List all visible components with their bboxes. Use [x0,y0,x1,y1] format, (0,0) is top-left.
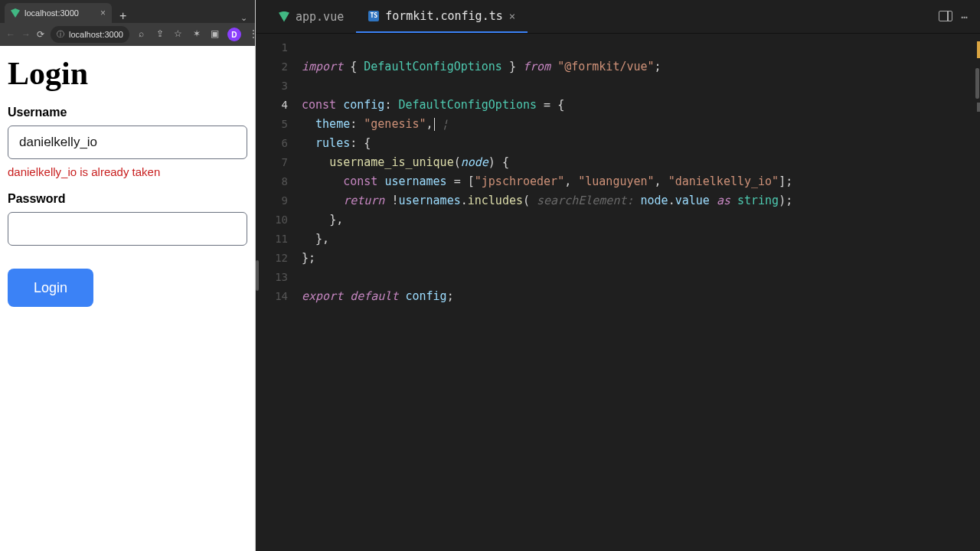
line-gutter: 1234567891011121314 [256,34,302,551]
code-content[interactable]: import { DefaultConfigOptions } from "@f… [302,34,980,551]
close-tab-icon[interactable]: × [100,8,106,18]
line-number: 8 [256,172,288,191]
line-number: 10 [256,210,288,230]
editor-tab-label: app.vue [296,10,344,24]
forward-icon[interactable]: → [21,28,31,41]
vue-favicon-icon [11,8,20,18]
ts-file-icon: TS [368,11,379,21]
share-icon[interactable]: ⇪ [154,28,166,40]
line-number: 6 [256,134,288,153]
username-label: Username [8,106,247,119]
username-error: danielkelly_io is already taken [8,165,247,178]
password-label: Password [8,192,247,206]
browser-tab-title: localhost:3000 [24,8,96,18]
minimap-viewport[interactable] [975,68,979,99]
line-number: 11 [256,230,288,249]
line-number: 4 [256,96,288,115]
browser-window: localhost:3000 × + ⌄ ← → ⟳ ⓘ localhost:3… [0,0,256,551]
line-number: 7 [256,153,288,172]
line-number: 12 [256,249,288,268]
line-number: 2 [256,57,288,77]
minimap-scrollbar[interactable] [969,34,980,551]
line-number: 9 [256,191,288,210]
vue-file-icon [279,11,289,22]
panel-icon[interactable]: ▣ [209,28,221,40]
back-icon[interactable]: ← [6,28,15,41]
password-input[interactable] [8,212,247,246]
split-editor-icon[interactable] [939,11,952,21]
extensions-icon[interactable]: ✶ [191,28,203,40]
tabs-dropdown-icon[interactable]: ⌄ [233,13,255,23]
text-caret [434,118,435,131]
page-content: Login Username danielkelly_io is already… [0,46,255,551]
login-button[interactable]: Login [8,269,93,307]
editor-tabstrip: app.vue TS formkit.config.ts × ⋯ [256,0,980,34]
line-number: 14 [256,287,288,306]
close-tab-icon[interactable]: × [509,10,515,22]
code-editor: app.vue TS formkit.config.ts × ⋯ 1234567… [256,0,980,551]
pane-resize-handle[interactable] [256,260,259,291]
reload-icon[interactable]: ⟳ [37,28,44,41]
browser-tab[interactable]: localhost:3000 × [5,3,112,23]
more-actions-icon[interactable]: ⋯ [962,11,969,23]
minimap-marker [977,103,980,112]
line-number: 5 [256,115,288,134]
site-info-icon[interactable]: ⓘ [57,29,64,40]
line-number: 1 [256,38,288,57]
line-number: 13 [256,268,288,287]
page-title: Login [8,55,247,92]
browser-toolbar: ← → ⟳ ⓘ localhost:3000 ⌕ ⇪ ☆ ✶ ▣ D ⋮ [0,23,255,46]
bookmark-icon[interactable]: ☆ [172,28,185,40]
tab-app-vue[interactable]: app.vue [266,0,356,33]
address-text: localhost:3000 [69,30,123,39]
profile-avatar[interactable]: D [227,28,241,41]
browser-tabstrip: localhost:3000 × + ⌄ [0,0,255,23]
line-number: 3 [256,77,288,96]
editor-tab-label: formkit.config.ts [385,9,503,23]
minimap-marker [977,41,980,58]
username-input[interactable] [8,126,247,159]
address-bar[interactable]: ⓘ localhost:3000 [51,26,129,43]
new-tab-button[interactable]: + [112,9,134,23]
search-icon[interactable]: ⌕ [136,28,148,40]
code-area[interactable]: 1234567891011121314 import { DefaultConf… [256,34,980,551]
tab-formkit-config[interactable]: TS formkit.config.ts × [356,0,528,33]
